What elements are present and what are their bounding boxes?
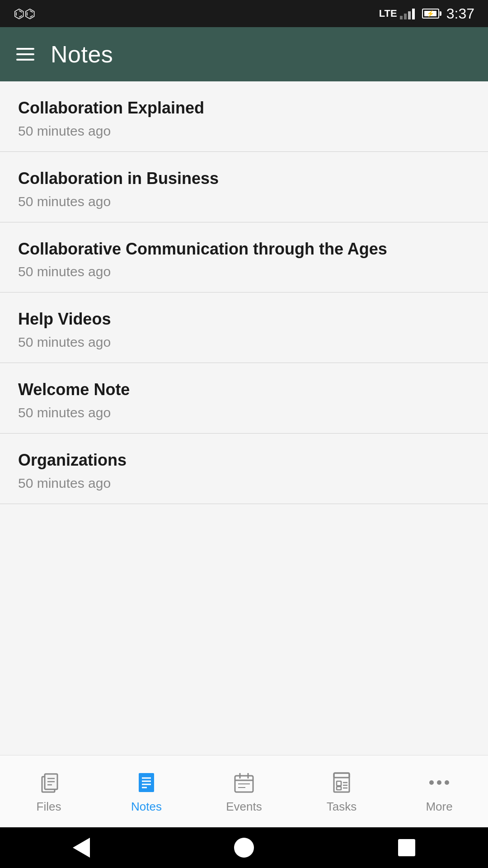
notes-label: Notes [131, 800, 162, 814]
back-button[interactable] [68, 834, 95, 861]
nav-item-tasks[interactable]: Tasks [293, 762, 390, 821]
svg-rect-18 [337, 781, 341, 786]
more-label: More [426, 800, 452, 814]
note-time: 50 minutes ago [18, 123, 470, 139]
note-item[interactable]: Welcome Note 50 minutes ago [0, 363, 488, 434]
tasks-label: Tasks [327, 800, 357, 814]
note-time: 50 minutes ago [18, 335, 470, 350]
lte-text: LTE [379, 8, 397, 19]
note-item[interactable]: Collaborative Communication through the … [0, 222, 488, 293]
signal-bar-4 [412, 9, 415, 19]
note-title: Collaborative Communication through the … [18, 239, 470, 260]
battery-icon: ⚡ [422, 9, 439, 19]
home-button[interactable] [230, 834, 258, 861]
nav-item-more[interactable]: More [390, 762, 488, 821]
events-icon [230, 769, 258, 796]
app-header: Notes [0, 27, 488, 81]
note-title: Collaboration in Business [18, 168, 470, 189]
svg-point-25 [445, 780, 449, 785]
note-item[interactable]: Collaboration Explained 50 minutes ago [0, 81, 488, 152]
note-item[interactable]: Organizations 50 minutes ago [0, 434, 488, 504]
note-title: Organizations [18, 450, 470, 471]
note-item[interactable]: Help Videos 50 minutes ago [0, 292, 488, 363]
status-right: LTE ⚡ 3:37 [379, 5, 474, 22]
page-title: Notes [51, 41, 113, 68]
bottom-navigation: Files Notes Events [0, 755, 488, 827]
files-label: Files [37, 800, 61, 814]
nav-item-notes[interactable]: Notes [98, 762, 195, 821]
nav-item-files[interactable]: Files [0, 762, 98, 821]
hamburger-menu-button[interactable] [16, 48, 34, 61]
svg-rect-5 [139, 773, 154, 792]
status-time: 3:37 [446, 5, 474, 22]
recents-icon [398, 839, 415, 856]
note-title: Help Videos [18, 309, 470, 330]
notes-icon [133, 769, 160, 796]
svg-point-23 [429, 780, 434, 785]
svg-point-24 [437, 780, 441, 785]
battery-bolt-icon: ⚡ [427, 10, 434, 17]
signal-bar-1 [400, 16, 403, 19]
svg-rect-17 [334, 773, 349, 778]
nav-item-events[interactable]: Events [195, 762, 293, 821]
signal-bar-2 [404, 14, 407, 19]
note-item[interactable]: Collaboration in Business 50 minutes ago [0, 152, 488, 222]
hamburger-line-1 [16, 48, 34, 50]
hamburger-line-3 [16, 59, 34, 61]
note-time: 50 minutes ago [18, 264, 470, 279]
signal-bars [400, 8, 415, 19]
events-label: Events [226, 800, 262, 814]
signal-bar-3 [408, 11, 411, 19]
notes-list: Collaboration Explained 50 minutes ago C… [0, 81, 488, 755]
note-time: 50 minutes ago [18, 405, 470, 420]
glasses-icon: ⌬⌬ [14, 6, 35, 21]
back-icon [73, 838, 90, 858]
note-time: 50 minutes ago [18, 476, 470, 491]
lte-signal: LTE [379, 8, 415, 19]
status-left: ⌬⌬ [14, 6, 35, 21]
system-bar [0, 827, 488, 868]
more-icon [426, 769, 453, 796]
hamburger-line-2 [16, 53, 34, 55]
tasks-icon [328, 769, 355, 796]
svg-rect-19 [337, 787, 341, 790]
note-time: 50 minutes ago [18, 194, 470, 209]
note-title: Collaboration Explained [18, 98, 470, 119]
files-icon [35, 769, 62, 796]
note-title: Welcome Note [18, 379, 470, 401]
home-icon [234, 838, 254, 858]
recents-button[interactable] [393, 834, 420, 861]
status-bar: ⌬⌬ LTE ⚡ 3:37 [0, 0, 488, 27]
